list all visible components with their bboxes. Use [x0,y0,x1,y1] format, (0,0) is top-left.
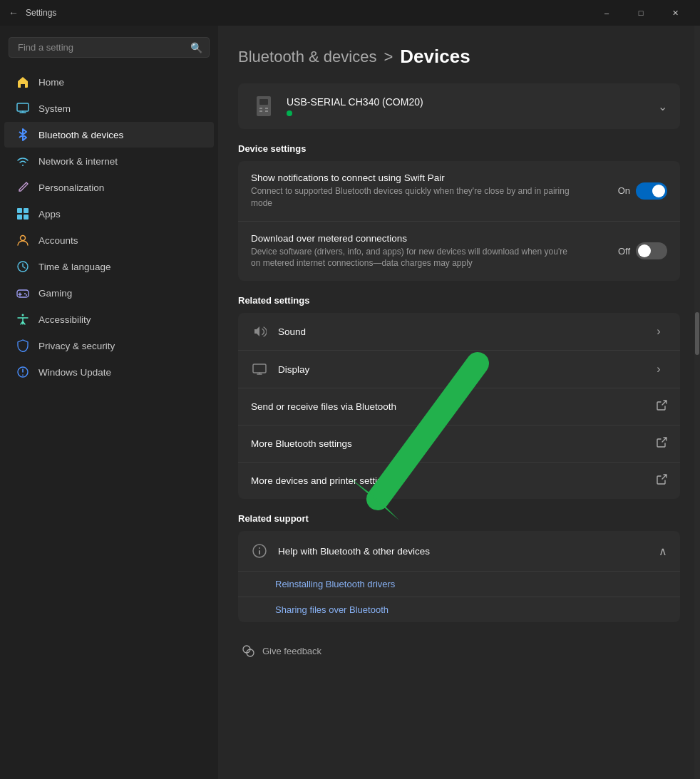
related-display-row[interactable]: Display › [238,351,680,388]
personalization-icon [16,180,30,195]
metered-toggle[interactable] [636,242,667,259]
sidebar-item-system[interactable]: System [4,96,214,121]
sidebar-label-personalization: Personalization [38,182,104,193]
related-more-bluetooth-row[interactable]: More Bluetooth settings [238,425,680,463]
minimize-button[interactable]: – [590,0,623,26]
search-input[interactable] [9,37,210,58]
device-icon [251,93,277,119]
metered-row: Download over metered connections Device… [238,222,680,282]
system-icon [16,101,30,115]
reinstall-drivers-link[interactable]: Reinstalling Bluetooth drivers [238,571,680,597]
related-settings-title: Related settings [238,295,680,306]
back-icon[interactable]: ← [9,7,19,19]
sidebar-item-gaming[interactable]: Gaming [4,280,214,306]
sidebar-label-privacy: Privacy & security [38,341,115,351]
close-button[interactable]: ✕ [659,0,691,26]
swift-pair-label: Show notifications to connect using Swif… [251,172,579,183]
related-more-devices-row[interactable]: More devices and printer settings [238,463,680,499]
feedback-row[interactable]: Give feedback [238,634,680,668]
swift-pair-state: On [618,185,630,196]
accessibility-icon [16,312,30,326]
related-more-devices-left: More devices and printer settings [251,475,393,486]
network-icon [16,154,30,168]
device-card: USB-SERIAL CH340 (COM20) ⌄ [238,83,680,129]
more-devices-external-icon [656,474,667,487]
related-send-files-row[interactable]: Send or receive files via Bluetooth [238,388,680,425]
svg-rect-1 [17,208,22,213]
sidebar-item-accounts[interactable]: Accounts [4,227,214,253]
related-sound-row[interactable]: Sound › [238,313,680,351]
swift-pair-toggle-wrap: On [618,182,667,200]
metered-desc: Device software (drivers, info, and apps… [251,246,579,270]
bluetooth-icon [16,128,30,142]
swift-pair-row: Show notifications to connect using Swif… [238,161,680,222]
maximize-button[interactable]: □ [624,0,657,26]
privacy-icon [16,339,30,353]
support-header[interactable]: Help with Bluetooth & other devices ∧ [238,531,680,571]
svg-rect-14 [259,108,262,109]
app-layout: 🔍 HomeSystemBluetooth & devicesNetwork &… [0,26,700,779]
display-icon [251,362,268,376]
metered-label: Download over metered connections [251,233,579,244]
sidebar-item-bluetooth[interactable]: Bluetooth & devices [4,122,214,148]
sidebar-label-gaming: Gaming [38,288,72,299]
svg-rect-7 [17,290,29,297]
related-display-left: Display [251,362,309,376]
titlebar-controls: – □ ✕ [590,0,691,26]
search-icon: 🔍 [190,42,202,53]
device-status-dot [287,110,292,116]
titlebar-title: Settings [26,8,56,18]
sidebar-label-windows-update: Windows Update [38,367,111,378]
swift-pair-toggle[interactable] [636,182,667,200]
support-collapse-icon[interactable]: ∧ [659,545,667,558]
titlebar-left: ← Settings [9,7,56,19]
sidebar-label-home: Home [38,77,64,88]
titlebar: ← Settings – □ ✕ [0,0,700,26]
sidebar-item-privacy[interactable]: Privacy & security [4,333,214,358]
send-files-external-icon [656,400,667,413]
more-bluetooth-external-icon [656,437,667,450]
swift-pair-toggle-thumb [652,185,665,197]
device-name: USB-SERIAL CH340 (COM20) [287,96,423,108]
sidebar-label-bluetooth: Bluetooth & devices [38,130,123,140]
sidebar: 🔍 HomeSystemBluetooth & devicesNetwork &… [0,26,218,779]
support-header-left: Help with Bluetooth & other devices [251,542,430,559]
usb-device-icon [252,93,275,119]
sidebar-item-network[interactable]: Network & internet [4,148,214,174]
svg-rect-4 [24,215,29,220]
svg-rect-0 [17,103,29,111]
support-card: Help with Bluetooth & other devices ∧ Re… [238,531,680,622]
sidebar-label-system: System [38,103,71,114]
sidebar-item-accessibility[interactable]: Accessibility [4,306,214,332]
help-icon [251,542,268,559]
device-expand-icon[interactable]: ⌄ [658,100,667,113]
sidebar-item-time[interactable]: Time & language [4,254,214,279]
home-icon [16,75,30,89]
sidebar-item-windows-update[interactable]: Windows Update [4,359,214,385]
breadcrumb-parent[interactable]: Bluetooth & devices [238,48,376,66]
sharing-files-link[interactable]: Sharing files over Bluetooth [238,597,680,622]
sidebar-label-accounts: Accounts [38,235,78,246]
search-box[interactable]: 🔍 [9,37,210,58]
swift-pair-desc: Connect to supported Bluetooth devices q… [251,185,579,210]
more-devices-label: More devices and printer settings [251,475,393,486]
windows-update-icon [16,365,30,379]
sidebar-label-time: Time & language [38,262,111,272]
display-chevron-icon: › [650,363,667,376]
scrollbar[interactable] [694,26,700,779]
svg-rect-13 [259,99,268,105]
sidebar-item-personalization[interactable]: Personalization [4,175,214,200]
sidebar-item-home[interactable]: Home [4,69,214,95]
sidebar-item-apps[interactable]: Apps [4,201,214,227]
related-settings-card: Sound › Display › [238,313,680,499]
svg-point-5 [21,236,26,241]
main-content: Bluetooth & devices > Devices [218,26,700,779]
scrollbar-thumb[interactable] [695,312,699,355]
device-card-header[interactable]: USB-SERIAL CH340 (COM20) ⌄ [238,83,680,129]
metered-text: Download over metered connections Device… [251,233,579,270]
svg-rect-2 [24,208,29,213]
send-files-label: Send or receive files via Bluetooth [251,401,396,412]
help-label: Help with Bluetooth & other devices [278,546,430,557]
sound-label: Sound [278,326,306,337]
sidebar-label-apps: Apps [38,209,61,220]
